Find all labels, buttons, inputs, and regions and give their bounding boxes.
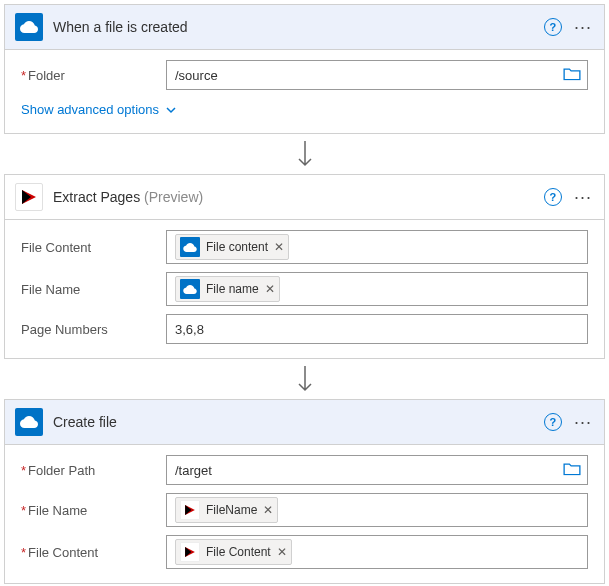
folder-path-input[interactable]: /target — [166, 455, 588, 485]
card-header[interactable]: When a file is created ? ··· — [5, 5, 604, 50]
help-icon[interactable]: ? — [544, 18, 562, 36]
file-content-row: File Content File content ✕ — [21, 230, 588, 264]
card-body: File Content File content ✕ File Name — [5, 220, 604, 358]
file-name-input[interactable]: FileName ✕ — [166, 493, 588, 527]
file-content-row: File Content File Content ✕ — [21, 535, 588, 569]
preview-badge: (Preview) — [144, 189, 203, 205]
more-menu-icon[interactable]: ··· — [572, 192, 594, 202]
more-menu-icon[interactable]: ··· — [572, 22, 594, 32]
remove-token-icon[interactable]: ✕ — [274, 240, 284, 254]
connector-icon — [15, 183, 43, 211]
file-content-token[interactable]: File Content ✕ — [175, 539, 292, 565]
card-body: Folder /source Show advanced options — [5, 50, 604, 133]
file-name-input[interactable]: File name ✕ — [166, 272, 588, 306]
help-icon[interactable]: ? — [544, 413, 562, 431]
file-content-input[interactable]: File Content ✕ — [166, 535, 588, 569]
folder-row: Folder /source — [21, 60, 588, 90]
onedrive-icon — [180, 279, 200, 299]
folder-input[interactable]: /source — [166, 60, 588, 90]
chevron-down-icon — [165, 104, 177, 116]
onedrive-icon — [15, 13, 43, 41]
onedrive-icon — [15, 408, 43, 436]
token-label: File Content — [206, 545, 271, 559]
advanced-label: Show advanced options — [21, 102, 159, 117]
trigger-card: When a file is created ? ··· Folder /sou… — [4, 4, 605, 134]
file-name-row: File Name FileName ✕ — [21, 493, 588, 527]
file-name-label: File Name — [21, 503, 166, 518]
help-icon[interactable]: ? — [544, 188, 562, 206]
page-numbers-row: Page Numbers 3,6,8 — [21, 314, 588, 344]
file-content-input[interactable]: File content ✕ — [166, 230, 588, 264]
page-numbers-value: 3,6,8 — [175, 322, 204, 337]
remove-token-icon[interactable]: ✕ — [265, 282, 275, 296]
remove-token-icon[interactable]: ✕ — [263, 503, 273, 517]
create-file-card: Create file ? ··· Folder Path /target Fi… — [4, 399, 605, 584]
token-label: File name — [206, 282, 259, 296]
folder-picker-icon[interactable] — [563, 67, 581, 84]
folder-label: Folder — [21, 68, 166, 83]
card-title: Extract Pages (Preview) — [53, 189, 544, 205]
card-header[interactable]: Extract Pages (Preview) ? ··· — [5, 175, 604, 220]
file-name-label: File Name — [21, 282, 166, 297]
file-content-label: File Content — [21, 545, 166, 560]
onedrive-icon — [180, 237, 200, 257]
flow-arrow — [4, 134, 605, 174]
show-advanced-toggle[interactable]: Show advanced options — [21, 98, 588, 119]
folder-path-label: Folder Path — [21, 463, 166, 478]
file-name-token[interactable]: FileName ✕ — [175, 497, 278, 523]
file-name-row: File Name File name ✕ — [21, 272, 588, 306]
token-label: File content — [206, 240, 268, 254]
card-body: Folder Path /target File Name FileName ✕ — [5, 445, 604, 583]
token-label: FileName — [206, 503, 257, 517]
extract-pages-card: Extract Pages (Preview) ? ··· File Conte… — [4, 174, 605, 359]
folder-value: /source — [175, 68, 218, 83]
card-title: Create file — [53, 414, 544, 430]
folder-path-row: Folder Path /target — [21, 455, 588, 485]
card-header[interactable]: Create file ? ··· — [5, 400, 604, 445]
flow-arrow — [4, 359, 605, 399]
more-menu-icon[interactable]: ··· — [572, 417, 594, 427]
card-title: When a file is created — [53, 19, 544, 35]
connector-icon — [180, 500, 200, 520]
file-name-token[interactable]: File name ✕ — [175, 276, 280, 302]
file-content-label: File Content — [21, 240, 166, 255]
file-content-token[interactable]: File content ✕ — [175, 234, 289, 260]
folder-path-value: /target — [175, 463, 212, 478]
page-numbers-input[interactable]: 3,6,8 — [166, 314, 588, 344]
connector-icon — [180, 542, 200, 562]
remove-token-icon[interactable]: ✕ — [277, 545, 287, 559]
folder-picker-icon[interactable] — [563, 462, 581, 479]
page-numbers-label: Page Numbers — [21, 322, 166, 337]
